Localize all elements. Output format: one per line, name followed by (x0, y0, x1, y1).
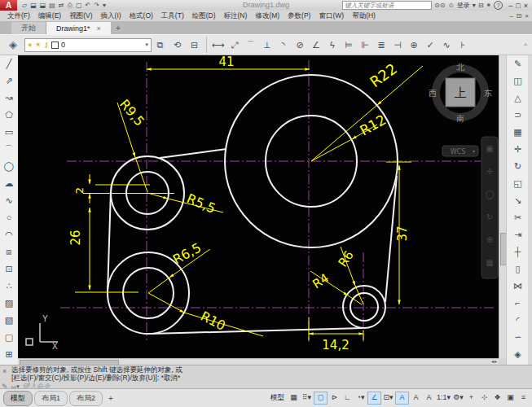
tool-dim-angular[interactable]: ∠ (308, 36, 324, 54)
dim-r10[interactable]: R10 (198, 309, 228, 334)
draw-tool-circle[interactable]: ◯ (1, 158, 17, 175)
tool-dim-arc-length[interactable]: ⌒ (243, 36, 259, 54)
layout-tab-model[interactable]: 模型 (3, 391, 33, 406)
compass-east[interactable]: 东 (484, 89, 492, 98)
nav-steering-icon[interactable]: ⊕ (486, 235, 493, 244)
status-snap-mode[interactable]: ⠿▾ (301, 392, 313, 403)
command-close-icon[interactable]: × (2, 367, 7, 375)
status-isolate-objects[interactable]: ⊹ (478, 392, 490, 403)
status-model-label[interactable]: 模型 (270, 393, 284, 403)
status-annotation-visibility[interactable]: A (395, 392, 409, 405)
draw-tool-hatch[interactable]: ▨ (1, 295, 17, 312)
qat-icon-etransmit[interactable]: ⇄ (57, 0, 66, 11)
menu-format[interactable]: 格式(O) (125, 11, 157, 21)
tool-dim-radius[interactable]: ◝ (275, 36, 292, 54)
login-label[interactable]: 登录 (457, 1, 470, 10)
qat-icon-save-as[interactable]: ⬓ (38, 0, 48, 11)
dim-2[interactable]: 2 (73, 187, 86, 194)
menu-view[interactable]: 视图(V) (65, 11, 96, 21)
modify-tool-break-at-point[interactable]: ┼ (508, 243, 528, 260)
tool-dim-center-mark[interactable]: ⊕ (406, 36, 422, 54)
dim-r9-5[interactable]: R9,5 (117, 96, 147, 129)
draw-tool-spline[interactable]: ∿ (1, 192, 17, 209)
doc-close-button[interactable]: × (525, 12, 529, 20)
status-customization-add[interactable]: + (465, 392, 477, 403)
status-autoscale[interactable]: A (410, 392, 422, 403)
user-icon[interactable]: ☺ (448, 2, 455, 9)
scroll-arrows-icon[interactable]: ◂▸ (491, 358, 498, 364)
tool-dim-break[interactable]: ⊣ (389, 36, 406, 54)
command-line-area[interactable]: × 选择要修剪的对象, 或按住 Shift 键选择要延伸的对象, 或 [栏选(F… (0, 365, 532, 388)
qat-icon-redo[interactable]: ↷ (92, 0, 101, 11)
menu-dimension[interactable]: 标注(N) (220, 11, 252, 21)
qat-icon-undo[interactable]: ↶ (84, 0, 93, 11)
modify-tool-fillet[interactable]: ◜ (508, 312, 528, 329)
draw-tool-polygon[interactable]: ⬠ (1, 107, 17, 124)
draw-tool-rectangle[interactable]: ▭ (1, 124, 17, 141)
share-icon[interactable]: ⚭ (486, 2, 492, 9)
modify-tool-join[interactable]: ⋈ (508, 278, 528, 295)
help-icon[interactable]: ? (494, 1, 503, 10)
status-osnap-tracking[interactable]: ∠ (367, 392, 381, 405)
tool-dim-edit[interactable]: ⊦ (455, 36, 471, 54)
menu-modify[interactable]: 修改(M) (251, 11, 284, 21)
app-logo-button[interactable]: A (0, 0, 17, 11)
tool-dim-linear[interactable]: ⟷ (210, 36, 226, 54)
draw-tool-polyline[interactable]: ↝ (1, 90, 17, 107)
layer-layer-unlock[interactable]: ⚷ (44, 41, 50, 49)
dim-37[interactable]: 37 (395, 225, 410, 241)
draw-tool-arc[interactable]: ⌒ (1, 141, 17, 158)
status-ortho[interactable]: ∟ (341, 392, 354, 403)
search-input[interactable] (342, 1, 432, 10)
dim-r4[interactable]: R4 (310, 270, 332, 291)
layout-tab-layout2[interactable]: 布局2 (69, 391, 103, 406)
tool-dim-continue[interactable]: ⊩ (357, 36, 373, 54)
binoculars-search-icon[interactable]: ⊙⊙ (434, 2, 445, 9)
dim-r5-5[interactable]: R5,5 (184, 190, 218, 217)
toolbar-collapse-icon[interactable]: ^ (524, 42, 532, 49)
nav-pan-icon[interactable]: ✛ (486, 167, 494, 176)
qat-icon-new[interactable]: ▢ (74, 0, 84, 11)
modify-tool-rotate[interactable]: ↻ (508, 158, 528, 175)
status-graphics-performance[interactable]: ❖ (491, 392, 503, 403)
layer-properties-manager-button[interactable]: ◈ (2, 36, 24, 54)
modify-tool-mirror[interactable]: △ (508, 90, 528, 107)
tool-dim-jogged[interactable]: ∿ (438, 36, 455, 54)
draw-tool-construction-line[interactable]: ⇗ (1, 72, 17, 90)
bottom-tangent-line[interactable] (151, 328, 363, 334)
layer-combo[interactable]: ●☀⚷ 0 ▾ (24, 38, 152, 52)
layer-layer-on-bulb[interactable]: ● (28, 41, 32, 49)
draw-tool-insert-block[interactable]: ⧈ (1, 243, 17, 260)
draw-tool-region[interactable]: ▢ (1, 329, 17, 346)
draw-tool-revcloud[interactable]: ☁ (1, 175, 17, 192)
tool-dim-diameter[interactable]: ⊘ (292, 36, 308, 54)
draw-tool-ellipse-arc[interactable]: ◠ (1, 226, 17, 243)
tool-layer-properties[interactable]: ⧉ (152, 36, 169, 54)
nav-more-icon[interactable]: ▦ (486, 258, 493, 267)
tool-dim-ordinate[interactable]: ⟂ (259, 36, 275, 54)
modify-tool-array[interactable]: ▦ (508, 124, 528, 141)
dim-26[interactable]: 26 (68, 230, 83, 245)
tab-start[interactable]: 开始 (11, 22, 46, 34)
dim-14-2[interactable]: 14,2 (322, 338, 349, 352)
modify-tool-trim[interactable]: ✂ (508, 209, 528, 226)
modify-tool-break[interactable]: ▯ (508, 260, 528, 278)
draw-tool-point[interactable]: ∴ (1, 278, 17, 295)
draw-tool-create-block[interactable]: ⊡ (1, 260, 17, 278)
compass-south[interactable]: 南 (456, 114, 464, 123)
nav-zoom-icon[interactable]: ◯ (485, 190, 494, 199)
nav-orbit-icon[interactable]: ↻ (486, 212, 493, 221)
qat-icon-save[interactable]: ⬓ (29, 0, 38, 11)
qat-icon-publish[interactable]: ▤ (47, 0, 57, 11)
tool-layer-previous[interactable]: ⟲ (169, 36, 186, 54)
menu-window[interactable]: 窗口(W) (314, 11, 348, 21)
navigation-bar[interactable]: ▣ ✛ ◯ ↻ ⊕ ▦ (481, 137, 498, 278)
status-annotation-scale[interactable]: 1:1▾ (436, 392, 451, 403)
modify-tool-scale[interactable]: ◱ (508, 175, 528, 192)
new-tab-button[interactable]: + (111, 22, 125, 34)
tool-dim-aligned[interactable]: ⤢ (226, 36, 243, 54)
viewcube-top-label[interactable]: 上 (455, 85, 467, 100)
modify-tool-chamfer[interactable]: ⌐ (508, 295, 528, 312)
draw-tool-ellipse[interactable]: ○ (1, 209, 17, 226)
botright-outer-circle[interactable] (343, 286, 385, 328)
